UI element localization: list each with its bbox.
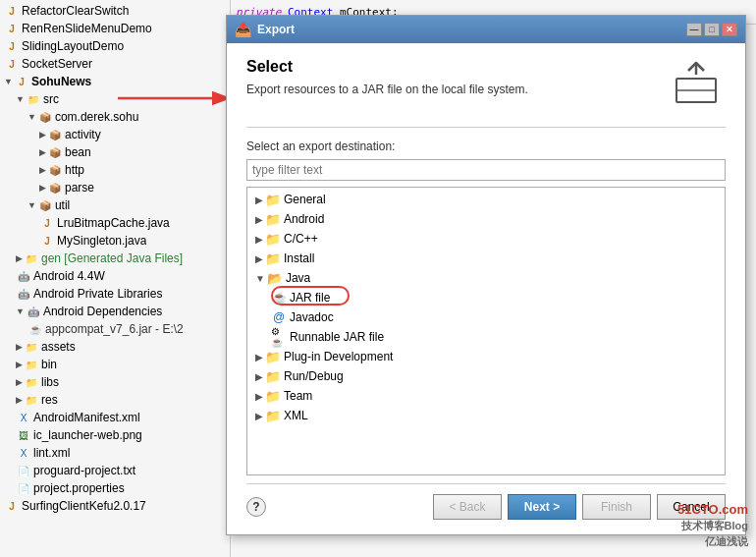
- tv-item-xml[interactable]: ▶ 📁 XML: [247, 406, 725, 425]
- src-folder-icon: 📁: [26, 91, 41, 107]
- folder-icon: 📁: [265, 408, 281, 423]
- export-tree-view[interactable]: ▶ 📁 General ▶ 📁 Android ▶ 📁 C/C++ ▶ 📁 I: [246, 187, 726, 475]
- tv-item-install[interactable]: ▶ 📁 Install: [247, 249, 725, 268]
- java-project-icon: J: [14, 74, 29, 89]
- tv-item-cpp[interactable]: ▶ 📁 C/C++: [247, 229, 725, 249]
- dialog-header-desc: Export resources to a JAR file on the lo…: [246, 82, 657, 98]
- tree-item-project-props[interactable]: 📄 project.properties: [0, 479, 230, 497]
- watermark-line1: 51CTO.com: [677, 501, 748, 519]
- dialog-body: Select Export resources to a JAR file on…: [227, 43, 745, 534]
- export-icon-svg: [672, 61, 721, 105]
- dialog-header-icon: [667, 58, 726, 107]
- gen-folder-icon: 📁: [24, 251, 39, 266]
- export-dialog: 📤 Export — □ ✕ Select Export resources t…: [226, 15, 746, 535]
- package-icon: 📦: [37, 197, 53, 213]
- tree-item-sliding[interactable]: J SlidingLayoutDemo: [0, 37, 230, 55]
- tree-item-iclauncher[interactable]: 🖼 ic_launcher-web.png: [0, 426, 230, 444]
- tree-item-activity[interactable]: ▶ 📦 activity: [0, 126, 230, 143]
- tree-item-parse[interactable]: ▶ 📦 parse: [0, 179, 230, 196]
- tree-item-mysingleton[interactable]: J MySingleton.java: [0, 232, 230, 250]
- dialog-footer: ? < Back Next > Finish Cancel: [246, 483, 726, 520]
- java-icon: J: [4, 3, 20, 19]
- tree-item-bin[interactable]: ▶ 📁 bin: [0, 356, 230, 373]
- expand-arrow-icon: ▶: [255, 195, 263, 205]
- dialog-minimize-button[interactable]: —: [686, 23, 702, 36]
- tv-item-run-debug[interactable]: ▶ 📁 Run/Debug: [247, 366, 725, 386]
- watermark: 51CTO.com 技术博客Blog 亿迪浅说: [677, 501, 748, 549]
- package-icon: 📦: [37, 109, 53, 125]
- dialog-maximize-button[interactable]: □: [704, 23, 720, 36]
- xml-icon: X: [16, 410, 31, 425]
- finish-button[interactable]: Finish: [582, 494, 651, 520]
- tv-item-android[interactable]: ▶ 📁 Android: [247, 209, 725, 229]
- back-button[interactable]: < Back: [433, 494, 502, 520]
- tree-item-android-dep[interactable]: ▼ 🤖 Android Dependencies: [0, 303, 230, 320]
- folder-icon: 📁: [265, 231, 281, 247]
- collapse-arrow-icon: ▼: [255, 273, 265, 284]
- tree-item-renren[interactable]: J RenRenSlideMenuDemo: [0, 20, 230, 37]
- tv-item-general[interactable]: ▶ 📁 General: [247, 190, 725, 209]
- java-icon: J: [4, 498, 20, 514]
- tree-item-libs[interactable]: ▶ 📁 libs: [0, 373, 230, 391]
- arrow-annotation: [113, 86, 236, 111]
- jar-file-icon: ☕: [271, 290, 287, 306]
- tree-item-lint[interactable]: X lint.xml: [0, 444, 230, 462]
- tree-item-bean[interactable]: ▶ 📦 bean: [0, 143, 230, 161]
- tree-item-res[interactable]: ▶ 📁 res: [0, 391, 230, 409]
- next-button[interactable]: Next >: [508, 494, 576, 520]
- dialog-header-text: Select Export resources to a JAR file on…: [246, 58, 657, 98]
- java-file-icon: J: [39, 215, 55, 231]
- tree-item-android-private[interactable]: 🤖 Android Private Libraries: [0, 285, 230, 303]
- watermark-line2: 技术博客Blog: [677, 519, 748, 533]
- tree-item-refactorclearswitch[interactable]: J RefactorClearSwitch: [0, 2, 230, 20]
- package-icon: 📦: [47, 162, 63, 178]
- javadoc-icon: @: [271, 309, 287, 325]
- tree-item-http[interactable]: ▶ 📦 http: [0, 161, 230, 179]
- folder-open-icon: 📂: [267, 270, 283, 286]
- tree-item-gen[interactable]: ▶ 📁 gen [Generated Java Files]: [0, 250, 230, 267]
- dialog-close-button[interactable]: ✕: [722, 23, 737, 36]
- dialog-header-title: Select: [246, 58, 657, 76]
- runnable-jar-icon: ⚙☕: [271, 329, 287, 345]
- file-icon: 📄: [16, 480, 31, 496]
- folder-icon: 📁: [265, 388, 281, 404]
- android-icon: 🤖: [16, 286, 31, 302]
- tree-item-lrubitmap[interactable]: J LruBitmapCache.java: [0, 214, 230, 232]
- expand-arrow-icon: ▶: [255, 214, 263, 225]
- tv-item-java[interactable]: ▼ 📂 Java: [247, 268, 725, 288]
- dialog-separator: [246, 127, 726, 128]
- tree-item-android44w[interactable]: 🤖 Android 4.4W: [0, 267, 230, 285]
- help-button[interactable]: ?: [246, 497, 266, 517]
- filter-input[interactable]: [246, 159, 726, 181]
- export-title-icon: 📤: [235, 22, 251, 37]
- package-icon: 📦: [47, 180, 63, 195]
- folder-icon: 📁: [24, 374, 39, 390]
- folder-icon: 📁: [265, 368, 281, 384]
- dialog-title: Export: [257, 23, 684, 36]
- tree-item-surfingclient[interactable]: J SurfingClientKefu2.0.17: [0, 497, 230, 515]
- folder-icon: 📁: [265, 192, 281, 207]
- tv-item-team[interactable]: ▶ 📁 Team: [247, 386, 725, 406]
- xml-icon: X: [16, 445, 31, 461]
- watermark-line3: 亿迪浅说: [677, 534, 748, 549]
- tree-item-androidmanifest[interactable]: X AndroidManifest.xml: [0, 409, 230, 426]
- tree-item-socketserver[interactable]: J SocketServer: [0, 55, 230, 73]
- expand-arrow-icon: ▶: [255, 391, 263, 402]
- expand-arrow-icon: ▶: [255, 352, 263, 362]
- jar-item-container: ☕ JAR file: [247, 288, 725, 307]
- folder-icon: 📁: [24, 392, 39, 408]
- tree-item-util[interactable]: ▼ 📦 util: [0, 196, 230, 214]
- tree-item-assets[interactable]: ▶ 📁 assets: [0, 338, 230, 356]
- tv-item-runnable-jar[interactable]: ⚙☕ Runnable JAR file: [247, 327, 725, 347]
- android-dep-icon: 🤖: [26, 304, 41, 319]
- tree-item-appcompat[interactable]: ☕ appcompat_v7_6.jar - E:\2: [0, 320, 230, 338]
- expand-arrow-icon: ▶: [255, 371, 263, 382]
- tv-item-javadoc[interactable]: @ Javadoc: [247, 307, 725, 327]
- java-icon: J: [4, 38, 20, 54]
- tree-item-proguard[interactable]: 📄 proguard-project.txt: [0, 462, 230, 479]
- package-icon: 📦: [47, 127, 63, 142]
- folder-icon: 📁: [265, 349, 281, 364]
- expand-arrow-icon: ▶: [255, 253, 263, 264]
- tv-item-plugin-dev[interactable]: ▶ 📁 Plug-in Development: [247, 347, 725, 366]
- tv-item-jar-file[interactable]: ☕ JAR file: [247, 288, 725, 307]
